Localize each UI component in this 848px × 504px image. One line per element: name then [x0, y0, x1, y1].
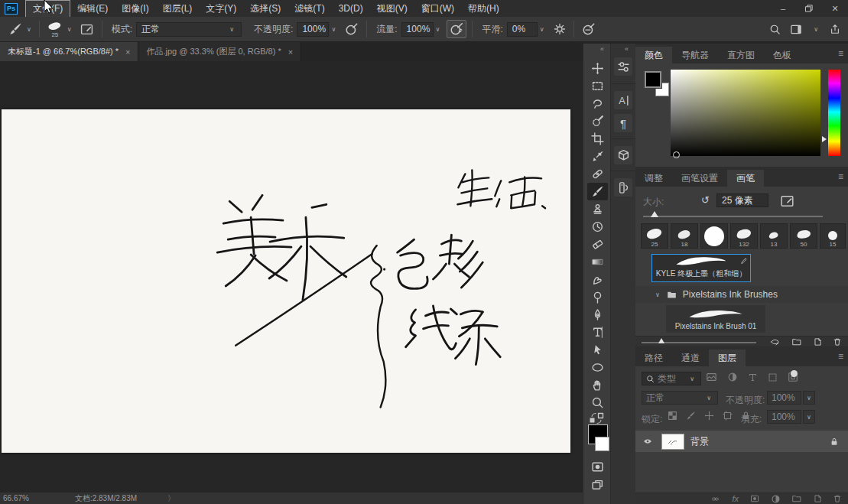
layer-filter-box[interactable]: 类型 ∨ — [642, 372, 701, 385]
tool-preset-button[interactable] — [6, 21, 24, 37]
opacity-pressure-toggle[interactable] — [343, 21, 361, 37]
menu-type[interactable]: 文字(Y) — [199, 1, 243, 17]
paragraph-panel-icon[interactable]: ¶ — [614, 114, 632, 132]
toggle-brush-settings-button[interactable] — [77, 21, 96, 37]
menu-file[interactable]: 文件(F) — [25, 0, 70, 18]
chevron-down-icon[interactable]: ∨ — [331, 26, 336, 33]
chevron-down-icon[interactable]: ∨ — [27, 26, 31, 33]
lasso-tool[interactable] — [587, 95, 608, 112]
filter-toggle-pin[interactable] — [791, 370, 798, 377]
chevron-down-icon[interactable]: ∨ — [67, 26, 72, 33]
filter-type-layers-icon[interactable] — [748, 372, 758, 382]
menu-layer[interactable]: 图层(L) — [156, 1, 200, 17]
menu-select[interactable]: 选择(S) — [243, 1, 288, 17]
crop-tool[interactable] — [587, 130, 608, 148]
layer-row-background[interactable]: 背景 — [635, 431, 848, 452]
fill-value-box[interactable]: 100% — [767, 410, 801, 424]
lock-transparency-icon[interactable] — [668, 411, 677, 421]
add-layer-mask-icon[interactable] — [749, 494, 760, 503]
eraser-tool[interactable] — [587, 236, 608, 253]
history-brush-tool[interactable] — [587, 218, 608, 236]
size-pressure-toggle[interactable] — [580, 21, 598, 37]
brush-preset[interactable] — [700, 223, 728, 249]
spot-healing-brush-tool[interactable] — [587, 165, 608, 183]
new-brush-icon[interactable] — [813, 337, 822, 346]
tab-swatches[interactable]: 色板 — [764, 47, 801, 63]
foreground-color-swatch[interactable] — [645, 71, 661, 88]
menu-window[interactable]: 窗口(W) — [414, 1, 461, 17]
brush-group-row[interactable]: ∨ Pixelstains Ink Brushes — [635, 286, 848, 303]
new-adjustment-layer-icon[interactable] — [771, 494, 781, 504]
brush-size-slider-thumb[interactable] — [651, 211, 658, 217]
screen-mode-button[interactable] — [587, 476, 608, 494]
brush-item[interactable]: Pixelstains Ink Brush 01 — [666, 305, 765, 333]
menu-3d[interactable]: 3D(D) — [332, 2, 370, 15]
fill-chevron[interactable]: ∨ — [803, 410, 815, 424]
tab-close-icon[interactable]: × — [125, 47, 130, 57]
tab-channels[interactable]: 通道 — [672, 350, 709, 366]
airbrush-toggle[interactable] — [447, 20, 466, 38]
share-icon[interactable] — [830, 23, 840, 35]
panel-menu-icon[interactable]: ≡ — [838, 171, 843, 182]
lock-position-icon[interactable] — [704, 411, 714, 421]
tab-histogram[interactable]: 直方图 — [718, 47, 764, 63]
hand-tool[interactable] — [587, 376, 608, 394]
layer-style-fx-icon[interactable]: fx — [732, 494, 739, 503]
new-group-icon[interactable] — [791, 494, 802, 503]
chevron-down-icon[interactable]: ∨ — [436, 26, 440, 33]
workspace-icon[interactable] — [790, 24, 802, 35]
layer-thumbnail[interactable] — [661, 434, 684, 450]
background-color-swatch[interactable] — [595, 437, 609, 451]
filter-shape-layers-icon[interactable] — [768, 372, 778, 382]
tab-close-icon[interactable]: × — [288, 47, 293, 57]
brush-preset[interactable]: 15 — [820, 223, 846, 249]
tab-navigator[interactable]: 导航器 — [672, 47, 718, 63]
lock-artboard-icon[interactable] — [723, 411, 733, 421]
shape-tool[interactable] — [587, 359, 608, 376]
collapse-dock-icon[interactable]: « — [625, 45, 629, 53]
zoom-tool[interactable] — [587, 394, 608, 411]
chevron-down-icon[interactable]: ∨ — [814, 26, 818, 33]
brush-preset-picker[interactable]: 25 — [45, 20, 65, 38]
menu-help[interactable]: 帮助(H) — [461, 1, 506, 17]
reset-size-icon[interactable]: ↺ — [701, 194, 710, 206]
tab-brush-settings[interactable]: 画笔设置 — [672, 170, 727, 187]
document-tab-artwork[interactable]: 作品.jpg @ 33.3% (图层 0, RGB/8) * × — [138, 42, 301, 61]
brush-preset[interactable]: 13 — [760, 223, 788, 249]
canvas-area[interactable]: 66.67% 文档:2.83M/2.83M 〉 — [0, 61, 583, 504]
clone-stamp-tool[interactable] — [587, 200, 608, 218]
lock-pixels-icon[interactable] — [686, 411, 696, 421]
restore-button[interactable] — [796, 0, 822, 17]
brush-tool[interactable] — [587, 183, 608, 200]
gradient-tool[interactable] — [587, 253, 608, 271]
tab-brushes[interactable]: 画笔 — [727, 170, 764, 187]
new-layer-icon[interactable] — [813, 494, 822, 503]
menu-filter[interactable]: 滤镜(T) — [288, 1, 331, 17]
filter-pixel-layers-icon[interactable] — [706, 372, 717, 382]
new-group-folder-icon[interactable] — [791, 337, 802, 346]
link-layers-icon[interactable] — [710, 495, 721, 503]
layer-visibility-eye-icon[interactable] — [642, 437, 654, 446]
flow-value-box[interactable]: 100% — [401, 22, 434, 37]
move-tool[interactable] — [587, 60, 608, 77]
preview-size-slider-thumb[interactable] — [658, 338, 664, 343]
properties-panel-icon[interactable] — [614, 57, 632, 76]
layer-lock-icon[interactable] — [830, 437, 839, 447]
tab-layers[interactable]: 图层 — [709, 350, 746, 366]
chevron-down-icon[interactable]: ∨ — [655, 291, 660, 298]
opacity-value-box[interactable]: 100% — [767, 391, 801, 405]
blend-mode-dropdown[interactable]: 正常 ∨ — [642, 391, 718, 405]
brush-size-slider[interactable] — [643, 216, 823, 217]
eyedropper-tool[interactable] — [587, 148, 608, 165]
type-tool[interactable] — [587, 324, 608, 341]
close-button[interactable]: ✕ — [822, 0, 848, 17]
delete-trash-icon[interactable] — [833, 337, 842, 346]
show-stroke-preview-icon[interactable] — [769, 337, 781, 346]
brush-preset[interactable]: 25 — [641, 223, 668, 249]
hue-slider[interactable] — [828, 70, 840, 156]
opacity-value-box[interactable]: 100% — [297, 22, 329, 37]
3d-panel-icon[interactable] — [614, 146, 632, 164]
canvas-page[interactable] — [2, 109, 570, 453]
panel-menu-icon[interactable]: ≡ — [838, 351, 843, 362]
delete-layer-trash-icon[interactable] — [833, 494, 842, 503]
